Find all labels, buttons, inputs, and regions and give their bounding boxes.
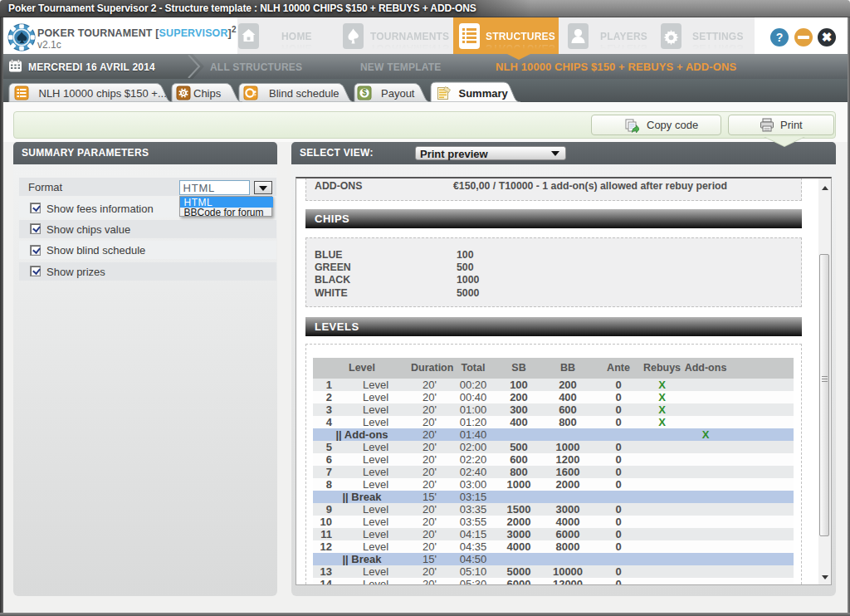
svg-text:$: $: [362, 88, 367, 97]
